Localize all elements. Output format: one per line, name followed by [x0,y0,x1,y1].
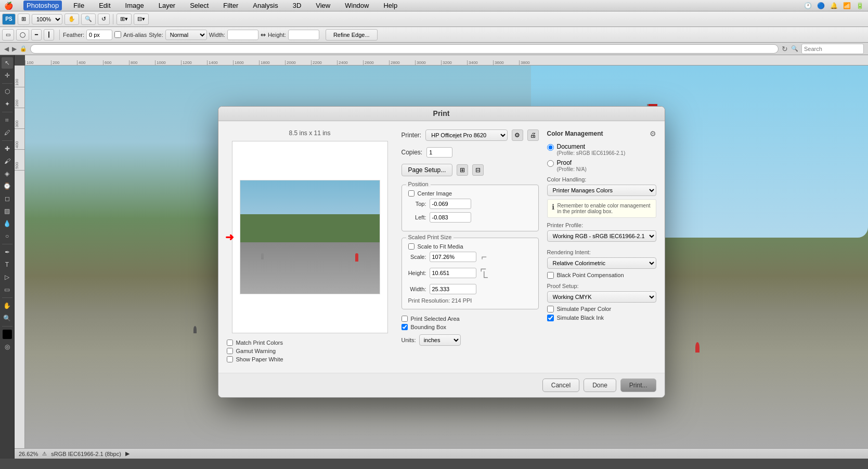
printer-select[interactable]: HP Officejet Pro 8620 [425,129,507,141]
scale-to-fit-checkbox[interactable] [408,243,414,250]
menu-file[interactable]: File [70,1,87,10]
width-input[interactable] [227,30,258,40]
simulate-black-checkbox[interactable] [547,315,554,321]
menu-help[interactable]: Help [380,1,400,10]
forward-arrow[interactable]: ▶ [125,450,129,457]
show-paper-checkbox[interactable] [227,356,233,362]
page-setup-icon2[interactable]: ⊟ [472,164,484,176]
tool-dodge[interactable]: ○ [2,230,13,242]
menu-layer[interactable]: Layer [156,1,179,10]
center-image-checkbox[interactable] [408,190,414,197]
rotate-tool[interactable]: ↺ [98,14,110,25]
scale-to-fit-row: Scale to Fit Media [408,243,532,250]
zoom-tool[interactable]: 🔍 [81,14,96,25]
tool-extra[interactable]: ◎ [2,341,13,353]
tool-shape[interactable]: ▭ [2,284,13,295]
tool-brush[interactable]: 🖌 [2,155,13,167]
tool-move[interactable]: ✛ [2,70,13,81]
width-input[interactable] [430,284,476,294]
menu-photoshop[interactable]: Photoshop [23,1,62,10]
cancel-button[interactable]: Cancel [542,379,579,392]
match-print-checkbox[interactable] [227,340,233,346]
selection-col[interactable]: ┃ [44,29,54,41]
height-input[interactable] [288,30,319,40]
bounding-box-checkbox[interactable] [401,324,408,330]
menu-image[interactable]: Image [122,1,147,10]
menu-analysis[interactable]: Analysis [250,1,281,10]
anti-alias-checkbox[interactable] [114,31,121,38]
tool-eyedrop[interactable]: 🖊 [2,127,13,138]
zoom-select[interactable]: 100% [32,14,62,24]
page-setup-icon1[interactable]: ⊞ [457,164,468,176]
tool-heal[interactable]: ✚ [2,143,13,154]
tool-blur[interactable]: 💧 [2,218,13,229]
printer-icon-1[interactable]: ⚙ [512,129,523,141]
tool-clone[interactable]: ◈ [2,168,13,179]
info-box: ℹ Remember to enable color management in… [547,199,656,218]
gamut-warning-checkbox[interactable] [227,348,233,354]
menu-filter[interactable]: Filter [220,1,241,10]
tool-select[interactable]: ↖ [2,57,13,69]
dialog-title-bar: Print [218,107,665,121]
hand-tool[interactable]: ✋ [64,14,79,25]
print-selected-checkbox[interactable] [401,316,408,322]
selection-circle[interactable]: ◯ [16,29,29,41]
tool-gradient[interactable]: ▨ [2,205,13,217]
toolbar-btn-1[interactable]: ⊞ [18,14,30,25]
proof-setup-select[interactable]: Working CMYK [547,291,656,303]
proof-setup-label: Proof Setup: [547,283,656,289]
rendering-intent-select[interactable]: Relative Colorimetric Perceptual Saturat… [547,257,656,269]
scale-to-fit-label: Scale to Fit Media [418,243,463,250]
tool-path[interactable]: ▷ [2,271,13,283]
feather-input[interactable] [86,30,112,40]
tool-zoom[interactable]: 🔍 [2,312,13,324]
color-handling-select[interactable]: Printer Manages Colors Photoshop Manages… [547,185,656,196]
copies-input[interactable] [426,147,452,158]
back-icon[interactable]: ◀ [4,45,9,53]
status-icon[interactable]: ⚠ [42,451,47,457]
url-input[interactable]: https://forums.adobe.com/thread/2281311 [30,44,779,54]
menu-edit[interactable]: Edit [96,1,113,10]
match-print-row: Match Print Colors [227,340,393,346]
print-button[interactable]: Print... [620,379,656,392]
page-setup-btn[interactable]: Page Setup... [401,164,453,176]
tool-hand[interactable]: ✋ [2,300,13,311]
tool-history[interactable]: ⌚ [2,180,13,192]
search-input[interactable] [801,44,864,54]
tool-magic-wand[interactable]: ✦ [2,98,13,110]
left-input[interactable] [430,212,471,223]
style-select[interactable]: Normal [165,30,207,40]
swap-icon[interactable]: ⇔ [261,31,266,38]
black-point-checkbox[interactable] [547,272,554,279]
menu-3d[interactable]: 3D [290,1,305,10]
width-row: Width: [408,284,532,294]
refresh-icon[interactable]: ↻ [782,45,788,53]
tool-crop[interactable]: ⌗ [2,114,13,126]
menu-view[interactable]: View [313,1,333,10]
apple-menu[interactable]: 🍎 [4,2,13,10]
tool-pen[interactable]: ✒ [2,246,13,258]
height-input[interactable] [430,268,476,278]
proof-radio[interactable] [547,160,554,167]
tool-eraser[interactable]: ◻ [2,193,13,204]
menu-window[interactable]: Window [342,1,372,10]
arrange-btn[interactable]: ⊟▾ [134,14,149,25]
top-input[interactable] [430,199,471,209]
done-button[interactable]: Done [584,379,616,392]
document-radio[interactable] [547,144,554,151]
forward-icon[interactable]: ▶ [12,45,17,53]
cm-gear-icon[interactable]: ⚙ [650,129,656,138]
grid-btn[interactable]: ⊞▾ [116,14,132,25]
refine-edge-btn[interactable]: Refine Edge... [326,29,378,41]
printer-profile-select[interactable]: Working RGB - sRGB IEC61966-2.1 [547,230,656,242]
units-select[interactable]: inches cm mm [419,334,461,346]
menu-select[interactable]: Select [187,1,212,10]
scale-input[interactable] [430,252,476,262]
simulate-paper-checkbox[interactable] [547,306,554,312]
selection-rect[interactable]: ▭ [2,29,14,41]
tool-text[interactable]: T [2,259,13,270]
tool-lasso[interactable]: ⬡ [2,86,13,97]
foreground-bg[interactable] [3,330,12,339]
printer-icon-2[interactable]: 🖨 [527,129,539,141]
selection-single[interactable]: ━ [31,29,42,41]
